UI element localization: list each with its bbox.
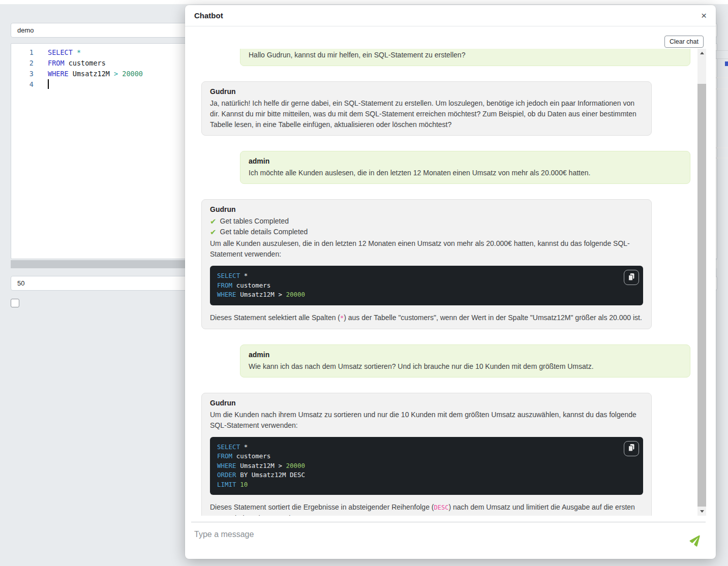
- editor-code: WHERE Umsatz12M > 20000: [48, 69, 143, 79]
- message-text: Ich möchte alle Kunden auslesen, die in …: [249, 168, 682, 178]
- user-bubble: admin Wie kann ich das nach dem Umsatz s…: [240, 344, 690, 378]
- chat-message-bot: Gudrun Um die Kunden nach ihrem Umsatz z…: [201, 393, 690, 516]
- editor-code: SELECT *: [48, 47, 81, 58]
- chat-message-user: admin Wie kann ich das nach dem Umsatz s…: [201, 344, 690, 378]
- dialog-title: Chatbot: [194, 11, 223, 20]
- line-number: 3: [11, 69, 34, 79]
- background-table-header: [716, 50, 728, 59]
- line-number: 4: [11, 79, 34, 90]
- message-text: Um alle Kunden auszulesen, die in den le…: [210, 238, 643, 260]
- dialog-body: Clear chat admin Hallo Gudrun, kannst du…: [185, 26, 716, 559]
- chat-message-list[interactable]: admin Hallo Gudrun, kannst du mir helfen…: [193, 49, 697, 516]
- dialog-header: Chatbot ×: [185, 5, 716, 26]
- paper-plane-icon: [690, 540, 703, 548]
- copy-icon: [627, 444, 635, 453]
- scrollbar-thumb[interactable]: [697, 84, 706, 507]
- copy-icon: [627, 273, 635, 282]
- background-glyph: [725, 61, 728, 66]
- copy-code-button[interactable]: [624, 270, 639, 285]
- background-row-line: [716, 158, 728, 159]
- bot-bubble: Gudrun Ja, natürlich! Ich helfe dir gern…: [201, 81, 652, 136]
- input-divider: [191, 522, 706, 522]
- clear-chat-button[interactable]: Clear chat: [664, 36, 704, 48]
- chat-message-input[interactable]: [194, 526, 705, 552]
- chat-message-user: admin Hallo Gudrun, kannst du mir helfen…: [201, 49, 690, 66]
- message-author: admin: [249, 350, 682, 360]
- check-icon: ✔: [210, 217, 217, 225]
- message-text: Hallo Gudrun, kannst du mir helfen, ein …: [249, 50, 682, 60]
- line-number: 2: [11, 58, 34, 69]
- message-text: Wie kann ich das nach dem Umsatz sortier…: [249, 361, 682, 372]
- chat-scrollbar[interactable]: [697, 49, 706, 516]
- check-icon: ✔: [210, 228, 217, 236]
- message-author: Gudrun: [210, 86, 643, 97]
- message-explanation: Dieses Statement sortiert die Ergebnisse…: [210, 502, 643, 516]
- copy-code-button[interactable]: [624, 441, 639, 456]
- tool-step: ✔ Get table details Completed: [210, 227, 643, 237]
- editor-code: FROM customers: [48, 58, 106, 69]
- sql-code-block: SELECT *FROM customersWHERE Umsatz12M > …: [210, 266, 643, 305]
- text-cursor: [48, 79, 49, 89]
- tool-step: ✔ Get tables Completed: [210, 216, 643, 227]
- chatbot-dialog: Chatbot × Clear chat admin Hallo Gudrun,…: [185, 5, 716, 559]
- message-text: Ja, natürlich! Ich helfe dir gerne dabei…: [210, 98, 643, 130]
- sql-code-block: SELECT *FROM customersWHERE Umsatz12M > …: [210, 437, 643, 495]
- message-author: Gudrun: [210, 204, 643, 215]
- chat-message-bot: Gudrun ✔ Get tables Completed ✔ Get tabl…: [201, 199, 690, 329]
- chat-input-row: [194, 526, 705, 557]
- user-bubble: admin Hallo Gudrun, kannst du mir helfen…: [240, 49, 690, 66]
- top-strip: [0, 0, 728, 5]
- background-row-line: [716, 147, 728, 148]
- option-checkbox[interactable]: [11, 299, 19, 307]
- background-row-line: [716, 88, 728, 89]
- tool-step-label: Get tables Completed: [220, 216, 289, 227]
- user-bubble: admin Ich möchte alle Kunden auslesen, d…: [240, 151, 690, 184]
- message-author: admin: [249, 156, 682, 167]
- scroll-down-arrow-icon[interactable]: [697, 507, 706, 516]
- bot-bubble: Gudrun Um die Kunden nach ihrem Umsatz z…: [201, 393, 652, 516]
- tool-step-label: Get table details Completed: [220, 227, 308, 237]
- message-author: Gudrun: [210, 398, 643, 408]
- bot-bubble: Gudrun ✔ Get tables Completed ✔ Get tabl…: [201, 199, 652, 329]
- chat-message-user: admin Ich möchte alle Kunden auslesen, d…: [201, 151, 690, 184]
- send-button[interactable]: [689, 533, 704, 547]
- background-row-line: [716, 77, 728, 78]
- message-explanation: Dieses Statement selektiert alle Spalten…: [210, 312, 643, 324]
- scroll-up-arrow-icon[interactable]: [697, 49, 706, 57]
- chat-message-bot: Gudrun Ja, natürlich! Ich helfe dir gern…: [201, 81, 690, 136]
- line-number: 1: [11, 47, 34, 58]
- close-icon[interactable]: ×: [701, 11, 707, 20]
- message-text: Um die Kunden nach ihrem Umsatz zu sorti…: [210, 410, 643, 431]
